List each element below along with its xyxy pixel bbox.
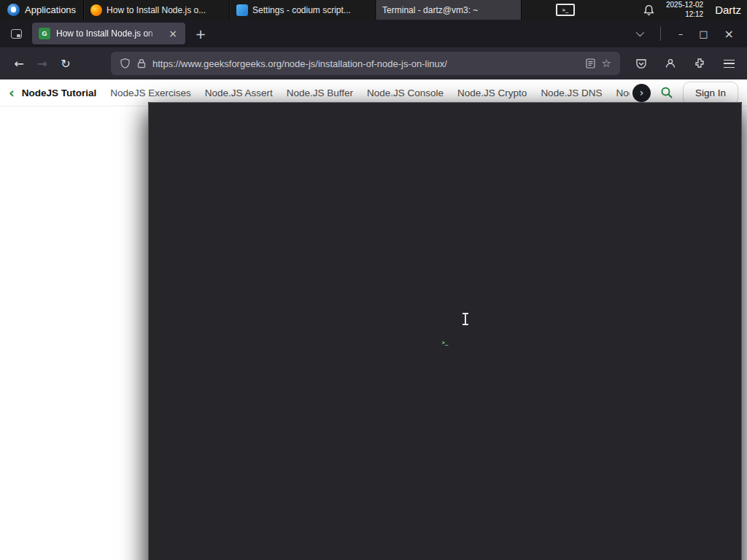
applications-icon xyxy=(7,4,20,16)
panel-right: >_ 2025-12-02 12:12 Dartz xyxy=(556,1,747,19)
clock-time: 12:12 xyxy=(666,10,703,20)
taskbar-button-terminal[interactable]: >_Terminal - dartz@vm3: ~ xyxy=(376,0,522,20)
nav-scroll-left-icon[interactable]: ‹ xyxy=(9,85,15,101)
nav-link[interactable]: Node.JS Console xyxy=(367,88,444,98)
pocket-icon[interactable] xyxy=(630,52,652,74)
tab-title: How to Install Node.js on xyxy=(56,28,161,39)
taskbar-button-firefox[interactable]: How to Install Node.js o... xyxy=(84,0,230,20)
reload-button[interactable]: ↻ xyxy=(54,52,77,74)
window-maximize-button[interactable]: □ xyxy=(699,28,708,39)
taskbar-button-label: Terminal - dartz@vm3: ~ xyxy=(382,5,478,15)
forward-button[interactable]: → xyxy=(31,52,54,74)
clock-date: 2025-12-02 xyxy=(666,1,703,10)
url-text: https://www.geeksforgeeks.org/node-js/in… xyxy=(152,58,579,69)
top-panel: Applications How to Install Node.js o...… xyxy=(0,0,747,20)
terminal-icon: >_ xyxy=(148,102,742,560)
nav-link[interactable]: Node xyxy=(616,88,630,98)
search-icon[interactable] xyxy=(660,86,673,99)
new-tab-button[interactable]: + xyxy=(191,24,210,43)
notification-bell-icon[interactable] xyxy=(643,4,654,16)
site-nav-links: NodeJS TutorialNodeJS ExercisesNode.JS A… xyxy=(22,88,630,98)
bookmark-star-icon[interactable]: ☆ xyxy=(602,57,611,70)
account-icon[interactable] xyxy=(659,52,681,74)
firefox-view-button[interactable] xyxy=(6,24,26,43)
applications-label: Applications xyxy=(25,4,76,15)
tab-list-chevron-icon[interactable] xyxy=(628,23,650,44)
nav-link[interactable]: Node.JS DNS xyxy=(541,88,602,98)
window-minimize-button[interactable]: – xyxy=(678,28,684,39)
codium-icon xyxy=(236,4,248,16)
extensions-puzzle-icon[interactable] xyxy=(689,52,711,74)
firefox-icon xyxy=(90,4,102,16)
nav-link[interactable]: Node.JS Buffer xyxy=(287,88,353,98)
site-nav-right: › Sign In xyxy=(630,82,738,104)
applications-menu-button[interactable]: Applications xyxy=(0,0,83,20)
toolbar-separator xyxy=(660,26,661,41)
nav-link[interactable]: NodeJS Exercises xyxy=(110,88,190,98)
url-bar[interactable]: https://www.geeksforgeeks.org/node-js/in… xyxy=(111,52,620,75)
nav-link[interactable]: NodeJS Tutorial xyxy=(22,88,97,98)
taskbar-button-label: Settings - codium script... xyxy=(252,5,351,15)
user-menu[interactable]: Dartz xyxy=(715,4,741,16)
window-controls: – □ × xyxy=(671,27,741,41)
taskbar-button-label: How to Install Node.js o... xyxy=(107,5,206,15)
browser-tab[interactable]: G How to Install Node.js on × xyxy=(32,23,185,44)
navigation-toolbar: ← → ↻ https://www.geeksforgeeks.org/node… xyxy=(0,47,747,79)
nav-link[interactable]: Node.JS Crypto xyxy=(457,88,527,98)
window-close-button[interactable]: × xyxy=(724,27,734,41)
tab-close-icon[interactable]: × xyxy=(167,28,179,39)
tracking-shield-icon[interactable] xyxy=(120,58,131,69)
panel-clock[interactable]: 2025-12-02 12:12 xyxy=(666,1,703,19)
back-button[interactable]: ← xyxy=(7,52,31,74)
tab-strip: G How to Install Node.js on × + – □ × xyxy=(0,20,747,47)
tray-terminal-icon[interactable]: >_ xyxy=(556,4,575,16)
taskbar-button-codium[interactable]: Settings - codium script... xyxy=(230,0,376,20)
nav-scroll-right-icon[interactable]: › xyxy=(632,84,651,102)
sign-in-button[interactable]: Sign In xyxy=(683,82,738,104)
firefox-view-icon xyxy=(11,29,22,39)
taskbar: How to Install Node.js o...Settings - co… xyxy=(84,0,522,20)
desktop-screen: Applications How to Install Node.js o...… xyxy=(0,0,747,560)
nav-link[interactable]: Node.JS Assert xyxy=(205,88,273,98)
tab-favicon-icon: G xyxy=(39,28,50,39)
mouse-cursor-ibeam xyxy=(465,314,466,324)
reader-view-icon[interactable] xyxy=(586,58,595,69)
lock-icon[interactable] xyxy=(137,58,146,69)
menu-hamburger-icon[interactable] xyxy=(718,52,740,74)
toolbar-icons xyxy=(630,52,740,74)
